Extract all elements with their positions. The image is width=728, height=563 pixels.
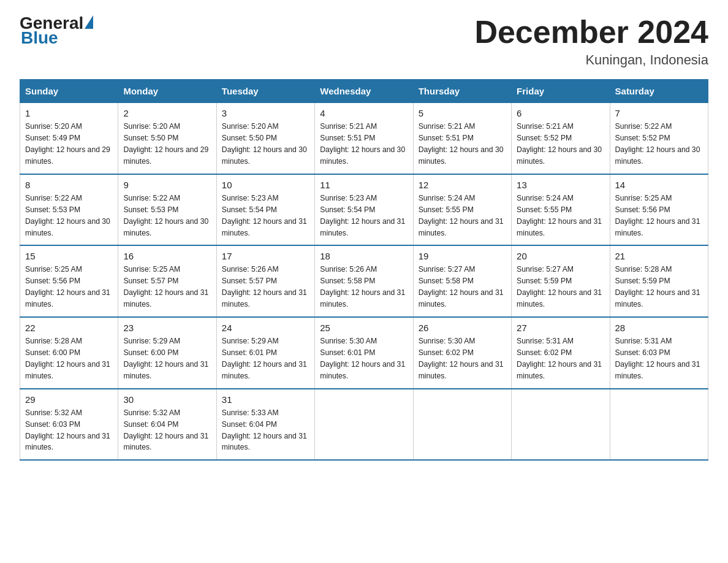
header-monday: Monday: [118, 80, 216, 103]
day-number: 21: [615, 251, 703, 261]
day-number: 31: [222, 394, 309, 405]
calendar-day-cell: 28 Sunrise: 5:31 AMSunset: 6:03 PMDaylig…: [610, 317, 708, 389]
day-info: Sunrise: 5:29 AMSunset: 6:00 PMDaylight:…: [123, 335, 211, 382]
calendar-day-cell: 8 Sunrise: 5:22 AMSunset: 5:53 PMDayligh…: [20, 174, 118, 246]
day-info: Sunrise: 5:26 AMSunset: 5:58 PMDaylight:…: [320, 264, 408, 310]
calendar-day-cell: 14 Sunrise: 5:25 AMSunset: 5:56 PMDaylig…: [610, 174, 708, 246]
day-info: Sunrise: 5:24 AMSunset: 5:55 PMDaylight:…: [517, 193, 604, 239]
day-info: Sunrise: 5:31 AMSunset: 6:03 PMDaylight:…: [615, 335, 703, 382]
month-title: December 2024: [474, 15, 708, 50]
header-saturday: Saturday: [610, 80, 708, 103]
day-info: Sunrise: 5:21 AMSunset: 5:51 PMDaylight:…: [320, 121, 408, 167]
day-number: 17: [222, 251, 309, 261]
day-number: 9: [123, 180, 211, 190]
calendar-day-cell: 30 Sunrise: 5:32 AMSunset: 6:04 PMDaylig…: [118, 389, 216, 461]
calendar-day-cell: 19 Sunrise: 5:27 AMSunset: 5:58 PMDaylig…: [413, 245, 511, 317]
day-info: Sunrise: 5:32 AMSunset: 6:03 PMDaylight:…: [25, 407, 113, 454]
calendar-week-row: 1 Sunrise: 5:20 AMSunset: 5:49 PMDayligh…: [20, 103, 708, 174]
day-number: 29: [25, 394, 113, 405]
calendar-day-cell: 10 Sunrise: 5:23 AMSunset: 5:54 PMDaylig…: [216, 174, 314, 246]
day-info: Sunrise: 5:26 AMSunset: 5:57 PMDaylight:…: [222, 264, 309, 310]
header-wednesday: Wednesday: [315, 80, 413, 103]
day-info: Sunrise: 5:27 AMSunset: 5:59 PMDaylight:…: [517, 264, 604, 310]
calendar-day-cell: 18 Sunrise: 5:26 AMSunset: 5:58 PMDaylig…: [315, 245, 413, 317]
logo-triangle-icon: [85, 15, 93, 29]
day-number: 2: [123, 108, 211, 118]
calendar-day-cell: 3 Sunrise: 5:20 AMSunset: 5:50 PMDayligh…: [216, 103, 314, 174]
day-info: Sunrise: 5:25 AMSunset: 5:57 PMDaylight:…: [123, 264, 211, 310]
calendar-day-cell: 29 Sunrise: 5:32 AMSunset: 6:03 PMDaylig…: [20, 389, 118, 461]
day-number: 18: [320, 251, 408, 261]
calendar-day-cell: 22 Sunrise: 5:28 AMSunset: 6:00 PMDaylig…: [20, 317, 118, 389]
calendar-day-cell: 9 Sunrise: 5:22 AMSunset: 5:53 PMDayligh…: [118, 174, 216, 246]
day-number: 12: [419, 180, 506, 190]
day-number: 24: [222, 323, 309, 333]
day-info: Sunrise: 5:20 AMSunset: 5:50 PMDaylight:…: [123, 121, 211, 167]
day-number: 11: [320, 180, 408, 190]
day-info: Sunrise: 5:33 AMSunset: 6:04 PMDaylight:…: [222, 407, 309, 454]
day-info: Sunrise: 5:22 AMSunset: 5:53 PMDaylight:…: [25, 193, 113, 239]
day-number: 16: [123, 251, 211, 261]
calendar-day-cell: [610, 389, 708, 461]
day-info: Sunrise: 5:28 AMSunset: 5:59 PMDaylight:…: [615, 264, 703, 310]
day-info: Sunrise: 5:25 AMSunset: 5:56 PMDaylight:…: [25, 264, 113, 310]
logo: General Blue: [20, 15, 93, 47]
day-info: Sunrise: 5:28 AMSunset: 6:00 PMDaylight:…: [25, 335, 113, 382]
day-info: Sunrise: 5:23 AMSunset: 5:54 PMDaylight:…: [320, 193, 408, 239]
calendar-day-cell: 21 Sunrise: 5:28 AMSunset: 5:59 PMDaylig…: [610, 245, 708, 317]
calendar-day-cell: 7 Sunrise: 5:22 AMSunset: 5:52 PMDayligh…: [610, 103, 708, 174]
header-thursday: Thursday: [413, 80, 511, 103]
header-friday: Friday: [512, 80, 610, 103]
calendar-week-row: 22 Sunrise: 5:28 AMSunset: 6:00 PMDaylig…: [20, 317, 708, 389]
page-header: General Blue December 2024 Kuningan, Ind…: [20, 15, 708, 68]
day-number: 13: [517, 180, 604, 190]
calendar-day-cell: 12 Sunrise: 5:24 AMSunset: 5:55 PMDaylig…: [413, 174, 511, 246]
calendar-day-cell: 24 Sunrise: 5:29 AMSunset: 6:01 PMDaylig…: [216, 317, 314, 389]
day-info: Sunrise: 5:30 AMSunset: 6:01 PMDaylight:…: [320, 335, 408, 382]
calendar-day-cell: [413, 389, 511, 461]
day-number: 8: [25, 180, 113, 190]
calendar-day-cell: 26 Sunrise: 5:30 AMSunset: 6:02 PMDaylig…: [413, 317, 511, 389]
day-number: 3: [222, 108, 309, 118]
calendar-week-row: 8 Sunrise: 5:22 AMSunset: 5:53 PMDayligh…: [20, 174, 708, 246]
calendar-day-cell: 16 Sunrise: 5:25 AMSunset: 5:57 PMDaylig…: [118, 245, 216, 317]
header-tuesday: Tuesday: [216, 80, 314, 103]
calendar-header-row: SundayMondayTuesdayWednesdayThursdayFrid…: [20, 80, 708, 103]
calendar-week-row: 15 Sunrise: 5:25 AMSunset: 5:56 PMDaylig…: [20, 245, 708, 317]
day-number: 26: [419, 323, 506, 333]
day-info: Sunrise: 5:25 AMSunset: 5:56 PMDaylight:…: [615, 193, 703, 239]
calendar-table: SundayMondayTuesdayWednesdayThursdayFrid…: [20, 79, 708, 461]
header-sunday: Sunday: [20, 80, 118, 103]
calendar-day-cell: 27 Sunrise: 5:31 AMSunset: 6:02 PMDaylig…: [512, 317, 610, 389]
title-block: December 2024 Kuningan, Indonesia: [474, 15, 708, 68]
day-number: 25: [320, 323, 408, 333]
day-info: Sunrise: 5:24 AMSunset: 5:55 PMDaylight:…: [419, 193, 506, 239]
day-number: 15: [25, 251, 113, 261]
day-info: Sunrise: 5:21 AMSunset: 5:51 PMDaylight:…: [419, 121, 506, 167]
day-info: Sunrise: 5:22 AMSunset: 5:52 PMDaylight:…: [615, 121, 703, 167]
day-number: 6: [517, 108, 604, 118]
day-number: 28: [615, 323, 703, 333]
calendar-day-cell: 17 Sunrise: 5:26 AMSunset: 5:57 PMDaylig…: [216, 245, 314, 317]
day-number: 30: [123, 394, 211, 405]
calendar-day-cell: 23 Sunrise: 5:29 AMSunset: 6:00 PMDaylig…: [118, 317, 216, 389]
calendar-day-cell: 15 Sunrise: 5:25 AMSunset: 5:56 PMDaylig…: [20, 245, 118, 317]
calendar-day-cell: [512, 389, 610, 461]
logo-blue-text: Blue: [21, 29, 58, 47]
calendar-day-cell: [315, 389, 413, 461]
calendar-day-cell: 11 Sunrise: 5:23 AMSunset: 5:54 PMDaylig…: [315, 174, 413, 246]
day-number: 5: [419, 108, 506, 118]
calendar-day-cell: 13 Sunrise: 5:24 AMSunset: 5:55 PMDaylig…: [512, 174, 610, 246]
location-subtitle: Kuningan, Indonesia: [474, 52, 708, 68]
day-info: Sunrise: 5:31 AMSunset: 6:02 PMDaylight:…: [517, 335, 604, 382]
day-number: 20: [517, 251, 604, 261]
calendar-day-cell: 6 Sunrise: 5:21 AMSunset: 5:52 PMDayligh…: [512, 103, 610, 174]
day-info: Sunrise: 5:20 AMSunset: 5:50 PMDaylight:…: [222, 121, 309, 167]
calendar-day-cell: 31 Sunrise: 5:33 AMSunset: 6:04 PMDaylig…: [216, 389, 314, 461]
day-info: Sunrise: 5:23 AMSunset: 5:54 PMDaylight:…: [222, 193, 309, 239]
day-info: Sunrise: 5:27 AMSunset: 5:58 PMDaylight:…: [419, 264, 506, 310]
calendar-day-cell: 25 Sunrise: 5:30 AMSunset: 6:01 PMDaylig…: [315, 317, 413, 389]
calendar-day-cell: 2 Sunrise: 5:20 AMSunset: 5:50 PMDayligh…: [118, 103, 216, 174]
day-number: 7: [615, 108, 703, 118]
calendar-day-cell: 1 Sunrise: 5:20 AMSunset: 5:49 PMDayligh…: [20, 103, 118, 174]
